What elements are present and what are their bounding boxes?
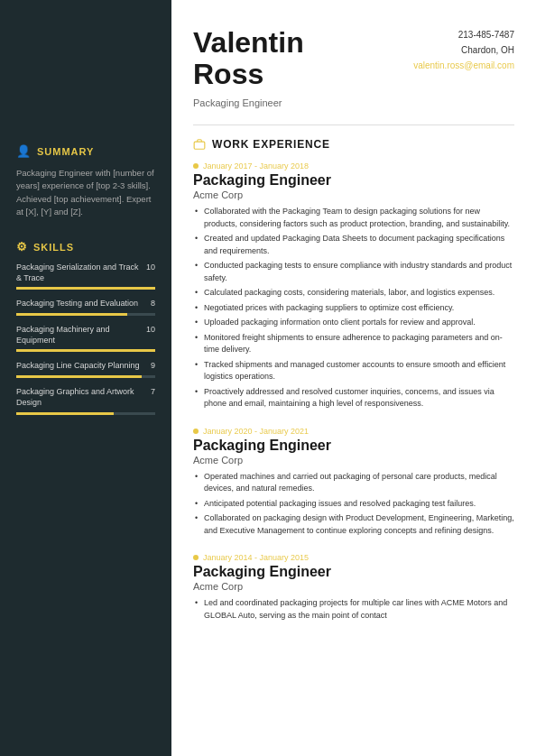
briefcase-icon (193, 138, 206, 151)
bullet-item: Created and updated Packaging Data Sheet… (193, 233, 514, 257)
skills-title: ⚙ SKILLS (16, 240, 155, 254)
skill-item: Packaging Serialization and Track & Trac… (16, 263, 155, 290)
job-bullets: Led and coordinated packaging projects f… (193, 597, 514, 622)
header-section: Valentin Ross 213-485-7487 Chardon, OH v… (193, 27, 514, 90)
bullet-item: Calculated packaging costs, considering … (193, 287, 514, 300)
header-name-block: Valentin Ross (193, 27, 304, 90)
skill-bar-bg (16, 287, 155, 290)
job-company: Acme Corp (193, 189, 514, 200)
skill-name: Packaging Serialization and Track & Trac… (16, 263, 146, 283)
job-title: Packaging Engineer (193, 172, 514, 189)
bullet-item: Collaborated on packaging design with Pr… (193, 512, 514, 537)
skill-name: Packaging Line Capacity Planning (16, 361, 151, 372)
bullet-item: Proactively addressed and resolved custo… (193, 386, 514, 410)
job-block: January 2017 - January 2018 Packaging En… (193, 161, 514, 410)
skill-score: 7 (151, 387, 155, 396)
skill-name: Packaging Graphics and Artwork Design (16, 387, 151, 408)
skills-section: ⚙ SKILLS Packaging Serialization and Tra… (16, 240, 155, 415)
job-bullets: Collaborated with the Packaging Team to … (193, 206, 514, 410)
candidate-name: Valentin Ross (193, 27, 304, 90)
skill-bar-fill (16, 375, 142, 378)
bullet-item: Negotiated prices with packaging supplie… (193, 302, 514, 315)
header-divider (193, 124, 514, 125)
skill-score: 10 (146, 263, 155, 272)
resume-container: 👤 SUMMARY Packaging Engineer with [numbe… (0, 0, 536, 756)
skill-bar-fill (16, 313, 127, 316)
location: Chardon, OH (413, 42, 514, 58)
job-title: Packaging Engineer (193, 564, 514, 580)
skill-item: Packaging Line Capacity Planning 9 (16, 361, 155, 378)
job-date: January 2014 - January 2015 (193, 553, 514, 562)
bullet-item: Conducted packaging tests to ensure comp… (193, 260, 514, 284)
person-icon: 👤 (16, 144, 32, 158)
job-bullets: Operated machines and carried out packag… (193, 471, 514, 538)
main-content: Valentin Ross 213-485-7487 Chardon, OH v… (171, 0, 536, 756)
email: valentin.ross@email.com (413, 58, 514, 73)
skill-bar-bg (16, 412, 155, 415)
job-company: Acme Corp (193, 581, 514, 592)
bullet-item: Monitored freight shipments to ensure ad… (193, 332, 514, 356)
summary-title: 👤 SUMMARY (16, 144, 155, 158)
job-date: January 2017 - January 2018 (193, 161, 514, 171)
bullet-item: Uploaded packaging information onto clie… (193, 317, 514, 329)
bullet-item: Tracked shipments and managed customer a… (193, 359, 514, 383)
job-company: Acme Corp (193, 455, 514, 466)
skill-bar-bg (16, 313, 155, 316)
bullet-item: Led and coordinated packaging projects f… (193, 597, 514, 622)
job-block: January 2020 - January 2021 Packaging En… (193, 427, 514, 538)
skill-item: Packaging Graphics and Artwork Design 7 (16, 387, 155, 414)
job-title-header: Packaging Engineer (193, 97, 514, 108)
skill-bar-fill (16, 412, 114, 415)
skill-bar-fill (16, 287, 155, 290)
work-experience-title: WORK EXPERIENCE (193, 138, 514, 151)
skill-item: Packaging Machinery and Equipment 10 (16, 325, 155, 352)
job-title: Packaging Engineer (193, 438, 514, 454)
skill-item: Packaging Testing and Evaluation 8 (16, 299, 155, 316)
skills-icon: ⚙ (16, 240, 28, 254)
header-contact-block: 213-485-7487 Chardon, OH valentin.ross@e… (413, 27, 514, 73)
skill-bar-bg (16, 349, 155, 352)
skill-name: Packaging Testing and Evaluation (16, 299, 151, 309)
summary-section: 👤 SUMMARY Packaging Engineer with [numbe… (16, 144, 155, 218)
skill-score: 9 (151, 361, 155, 370)
job-date: January 2020 - January 2021 (193, 427, 514, 436)
bullet-item: Operated machines and carried out packag… (193, 471, 514, 495)
sidebar: 👤 SUMMARY Packaging Engineer with [numbe… (0, 0, 171, 756)
jobs-container: January 2017 - January 2018 Packaging En… (193, 161, 514, 622)
summary-text: Packaging Engineer with [number of years… (16, 167, 155, 218)
skill-bar-fill (16, 349, 155, 352)
skill-bar-bg (16, 375, 155, 378)
svg-rect-0 (194, 142, 205, 149)
skill-score: 8 (151, 299, 155, 308)
bullet-item: Anticipated potential packaging issues a… (193, 498, 514, 511)
skill-name: Packaging Machinery and Equipment (16, 325, 146, 346)
skill-score: 10 (146, 325, 155, 334)
job-block: January 2014 - January 2015 Packaging En… (193, 553, 514, 622)
phone: 213-485-7487 (413, 27, 514, 42)
skills-list: Packaging Serialization and Track & Trac… (16, 263, 155, 415)
bullet-item: Collaborated with the Packaging Team to … (193, 206, 514, 230)
